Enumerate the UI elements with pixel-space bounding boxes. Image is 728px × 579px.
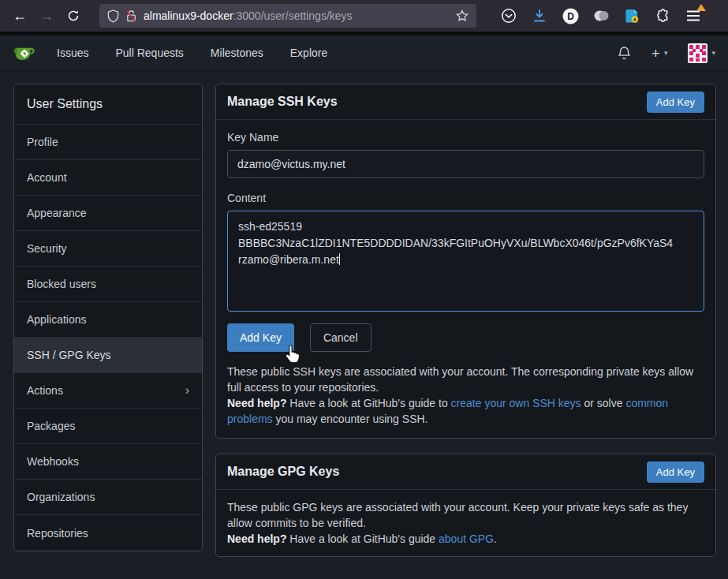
gpg-help-text: These public GPG keys are associated wit… xyxy=(227,499,704,547)
sidebar-item-actions[interactable]: Actions› xyxy=(14,373,202,409)
url-bar[interactable]: almalinux9-docker:3000/user/settings/key… xyxy=(99,4,476,28)
add-key-submit-button[interactable]: Add Key xyxy=(227,323,294,352)
ssh-panel-title: Manage SSH Keys xyxy=(227,95,338,109)
bookmark-star-icon[interactable] xyxy=(456,9,469,22)
menu-hamburger-icon[interactable] xyxy=(685,7,702,24)
key-name-input[interactable] xyxy=(227,150,704,178)
create-new-dropdown[interactable]: + ▾ xyxy=(651,46,668,61)
sidebar-item-account[interactable]: Account xyxy=(14,160,202,196)
plus-icon: + xyxy=(651,46,660,61)
back-button[interactable]: ← xyxy=(8,4,32,28)
create-ssh-keys-link[interactable]: create your own SSH keys xyxy=(451,397,581,409)
extension-area: D xyxy=(500,7,702,24)
manage-gpg-keys-panel: Manage GPG Keys Add Key These public GPG… xyxy=(215,454,716,557)
settings-page: User Settings Profile Account Appearance… xyxy=(0,71,728,557)
chevron-down-icon: ▾ xyxy=(664,49,668,57)
nav-link-explore[interactable]: Explore xyxy=(290,47,327,59)
extension-d-icon[interactable]: D xyxy=(562,7,579,24)
ssh-help-line1: These public SSH keys are associated wit… xyxy=(227,364,704,395)
url-text: almalinux9-docker:3000/user/settings/key… xyxy=(144,9,450,22)
gpg-panel-header: Manage GPG Keys Add Key xyxy=(216,454,715,490)
url-host: almalinux9-docker xyxy=(144,9,233,22)
ssh-add-key-header-button[interactable]: Add Key xyxy=(647,92,704,113)
downloads-icon[interactable] xyxy=(531,7,548,24)
nav-link-pull-requests[interactable]: Pull Requests xyxy=(115,47,183,59)
user-avatar xyxy=(688,43,707,63)
gpg-help-line2: Need help? Have a look at GitHub's guide… xyxy=(227,531,704,547)
sidebar-item-blocked-users[interactable]: Blocked users xyxy=(14,267,202,302)
svg-text:D: D xyxy=(567,11,574,22)
sidebar-item-applications[interactable]: Applications xyxy=(14,302,202,338)
settings-main: Manage SSH Keys Add Key Key Name Content… xyxy=(215,84,716,557)
ssh-help-text: These public SSH keys are associated wit… xyxy=(227,364,704,427)
nav-link-milestones[interactable]: Milestones xyxy=(211,47,263,59)
navbar-right: + ▾ ▾ xyxy=(618,43,715,63)
bell-icon xyxy=(618,46,631,61)
browser-window: ← → almalinux9-docker:3000/user/settings… xyxy=(0,0,728,579)
ssh-panel-body: Key Name Content ssh-ed25519 BBBBC3NzaC1… xyxy=(216,120,715,438)
chevron-right-icon: › xyxy=(185,383,189,398)
shield-icon[interactable] xyxy=(107,9,119,23)
gpg-panel-title: Manage GPG Keys xyxy=(227,465,339,479)
settings-sidebar: User Settings Profile Account Appearance… xyxy=(13,84,203,551)
forward-button[interactable]: → xyxy=(35,4,58,28)
menu-update-badge xyxy=(696,4,706,11)
ssh-key-content-text: ssh-ed25519 BBBBC3NzaC1lZDI1NTE5DDDDIDAN… xyxy=(238,220,673,266)
ssh-help-line2: Need help? Have a look at GitHub's guide… xyxy=(227,395,704,427)
key-name-label: Key Name xyxy=(227,131,704,144)
about-gpg-link[interactable]: about GPG xyxy=(439,532,494,545)
gpg-panel-body: These public GPG keys are associated wit… xyxy=(216,490,715,556)
text-caret xyxy=(339,253,340,265)
chevron-down-icon: ▾ xyxy=(711,49,715,57)
browser-toolbar: ← → almalinux9-docker:3000/user/settings… xyxy=(0,0,728,32)
content-label: Content xyxy=(227,192,704,204)
reload-icon xyxy=(67,9,80,22)
document-extension-icon[interactable] xyxy=(623,7,640,24)
sidebar-item-repositories[interactable]: Repositories xyxy=(14,515,202,551)
user-menu-dropdown[interactable]: ▾ xyxy=(688,43,715,63)
sidebar-item-webhooks[interactable]: Webhooks xyxy=(14,444,202,480)
form-buttons: Add Key Cancel xyxy=(227,323,704,352)
account-containers-icon[interactable] xyxy=(592,7,610,24)
ssh-panel-header: Manage SSH Keys Add Key xyxy=(216,84,715,120)
gpg-help-line1: These public GPG keys are associated wit… xyxy=(227,499,704,531)
gpg-add-key-header-button[interactable]: Add Key xyxy=(647,461,704,483)
gitea-logo-icon[interactable] xyxy=(13,41,36,65)
sidebar-item-packages[interactable]: Packages xyxy=(14,409,202,444)
sidebar-item-ssh-gpg-keys[interactable]: SSH / GPG Keys xyxy=(14,338,202,373)
puzzle-extensions-icon[interactable] xyxy=(654,7,671,24)
manage-ssh-keys-panel: Manage SSH Keys Add Key Key Name Content… xyxy=(215,84,716,439)
gitea-navbar: Issues Pull Requests Milestones Explore … xyxy=(0,35,728,71)
insecure-lock-icon[interactable] xyxy=(125,9,137,23)
sidebar-title: User Settings xyxy=(14,84,202,125)
sidebar-item-organizations[interactable]: Organizations xyxy=(14,480,202,515)
reload-button[interactable] xyxy=(62,4,85,28)
pocket-icon[interactable] xyxy=(500,7,517,24)
cancel-button[interactable]: Cancel xyxy=(310,323,371,352)
sidebar-item-profile[interactable]: Profile xyxy=(14,125,202,160)
navbar-links: Issues Pull Requests Milestones Explore xyxy=(57,47,327,59)
url-path: :3000/user/settings/keys xyxy=(233,9,353,22)
ssh-key-content-textarea[interactable]: ssh-ed25519 BBBBC3NzaC1lZDI1NTE5DDDDIDAN… xyxy=(227,211,704,312)
sidebar-item-appearance[interactable]: Appearance xyxy=(14,196,202,231)
sidebar-item-security[interactable]: Security xyxy=(14,231,202,267)
nav-link-issues[interactable]: Issues xyxy=(57,47,88,59)
notifications-button[interactable] xyxy=(618,46,631,61)
